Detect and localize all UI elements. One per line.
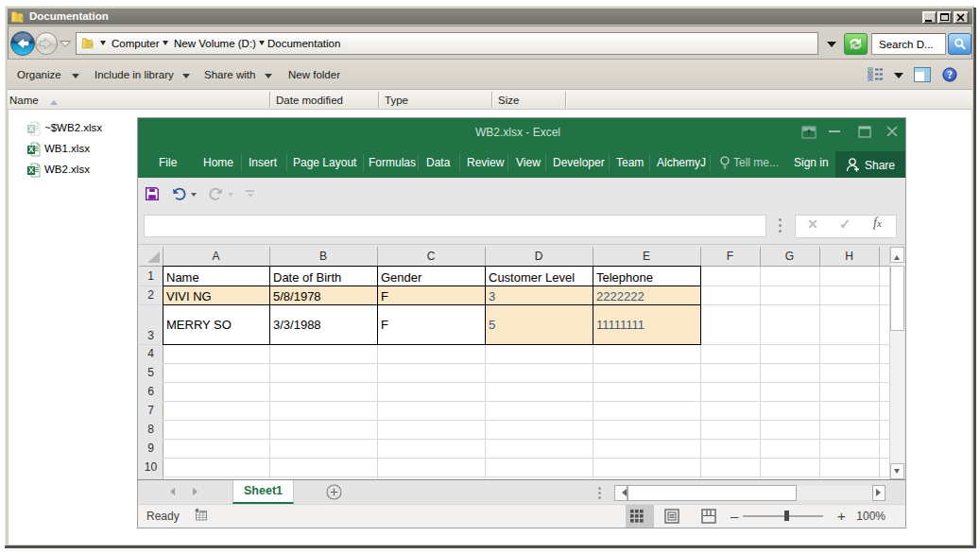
svg-text:X: X [28,124,34,133]
svg-text:X: X [28,145,34,154]
svg-text:?: ? [947,69,953,80]
svg-text:X: X [28,165,34,175]
